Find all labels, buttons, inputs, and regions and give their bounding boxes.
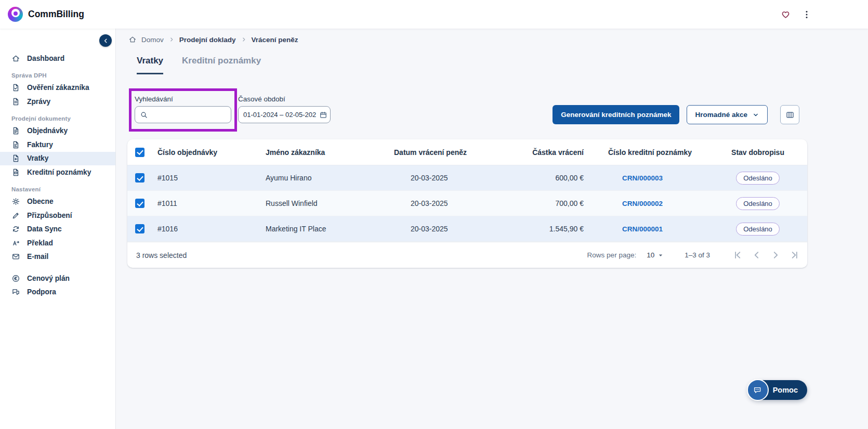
cell-refund-date: 20-03-2025 <box>389 225 518 233</box>
tab-kreditni-poznamky[interactable]: Kreditní poznámky <box>182 56 261 74</box>
credit-note-link[interactable]: CRN/000003 <box>622 174 663 182</box>
select-all-checkbox[interactable] <box>135 148 144 157</box>
search-field-group: Vyhledávání <box>135 95 231 123</box>
column-header-order: Číslo objednávky <box>152 148 260 157</box>
period-label: Časové období <box>238 95 331 103</box>
next-page-button[interactable] <box>770 250 781 261</box>
period-field-group: Časové období 01-01-2024 – 02-05-202 <box>238 95 331 123</box>
brand-logo-link[interactable]: CommBilling <box>0 7 84 22</box>
sidebar-item-prizpusobeni[interactable]: Přizpůsobení <box>0 209 115 223</box>
first-page-button[interactable] <box>732 250 743 261</box>
home-icon[interactable] <box>128 35 137 44</box>
calendar-icon[interactable] <box>319 111 327 119</box>
cell-refund-amount: 600,00 € <box>518 174 584 182</box>
search-input[interactable] <box>151 111 226 119</box>
sidebar-item-label: Objednávky <box>27 127 68 135</box>
rows-per-page-select[interactable]: 10 <box>647 251 665 259</box>
cell-refund-amount: 1.545,90 € <box>518 225 584 233</box>
document-check-icon <box>11 83 20 92</box>
sidebar-item-preklad[interactable]: Překlad <box>0 236 115 250</box>
sidebar-item-cenovy-plan[interactable]: Cenový plán <box>0 271 115 285</box>
sidebar-nav: Dashboard Správa DPH Ověření zákazníka Z… <box>0 29 115 299</box>
credit-note-link[interactable]: CRN/000002 <box>622 200 663 207</box>
previous-page-button[interactable] <box>751 250 762 261</box>
search-icon <box>140 111 148 119</box>
search-label: Vyhledávání <box>135 95 231 103</box>
breadcrumb-vraceni-penez: Vrácení peněz <box>252 36 298 44</box>
row-checkbox[interactable] <box>135 224 144 233</box>
sidebar-item-email[interactable]: E-mail <box>0 250 115 264</box>
column-header-amount: Částka vrácení <box>518 148 584 157</box>
sidebar-item-label: Ověření zákazníka <box>27 84 89 92</box>
document-credit-icon <box>11 168 20 177</box>
sidebar-section-sprava-dph: Správa DPH <box>0 66 115 81</box>
document-invoice-icon <box>11 140 20 149</box>
pagination-range: 1–3 of 3 <box>685 251 710 259</box>
sidebar-item-label: Faktury <box>27 141 53 149</box>
column-header-date: Datum vrácení peněz <box>389 148 518 157</box>
cell-customer-name: Marketing IT Place <box>260 225 389 233</box>
sidebar-item-overeni-zakaznika[interactable]: Ověření zákazníka <box>0 81 115 95</box>
brand-suffix: Billing <box>56 9 84 19</box>
credit-note-link[interactable]: CRN/000001 <box>622 225 663 233</box>
search-box[interactable] <box>135 106 231 123</box>
column-header-status: Stav dobropisu <box>708 148 807 157</box>
toolbar: Generování kreditních poznámek Hromadné … <box>553 105 799 124</box>
columns-icon <box>785 110 795 120</box>
chat-icon <box>11 288 20 296</box>
sidebar-item-vratky[interactable]: Vratky <box>0 152 115 166</box>
sidebar-item-data-sync[interactable]: Data Sync <box>0 223 115 237</box>
sidebar-item-faktury[interactable]: Faktury <box>0 138 115 152</box>
breadcrumb-domov[interactable]: Domov <box>141 36 164 44</box>
gear-icon <box>11 197 20 206</box>
sidebar-item-label: Kreditní poznámky <box>27 168 91 176</box>
table-header-row: Číslo objednávky Jméno zákazníka Datum v… <box>127 139 807 165</box>
status-badge: Odesláno <box>736 172 780 185</box>
column-header-customer: Jméno zákazníka <box>260 148 389 157</box>
row-checkbox[interactable] <box>135 199 144 208</box>
cell-order-number: #1016 <box>152 225 260 233</box>
pencil-icon <box>11 211 20 220</box>
breadcrumb-prodejni-doklady[interactable]: Prodejní doklady <box>179 36 236 44</box>
row-checkbox[interactable] <box>135 173 144 183</box>
sidebar-item-dashboard[interactable]: Dashboard <box>0 51 115 66</box>
table-row: #1015 Ayumu Hirano 20-03-2025 600,00 € C… <box>127 165 807 191</box>
cell-customer-name: Russell Winfield <box>260 199 389 207</box>
help-button[interactable]: Pomoc <box>748 380 807 400</box>
sidebar-item-objednavky[interactable]: Objednávky <box>0 124 115 138</box>
sidebar-section-prodejni-dokumenty: Prodejní dokumenty <box>0 109 115 124</box>
sidebar-item-obecne[interactable]: Obecne <box>0 195 115 209</box>
more-menu-button[interactable] <box>801 9 812 20</box>
cell-customer-name: Ayumu Hirano <box>260 174 389 182</box>
bulk-actions-button[interactable]: Hromadné akce <box>687 105 768 124</box>
column-settings-button[interactable] <box>780 105 799 124</box>
cell-refund-date: 20-03-2025 <box>389 199 518 207</box>
tab-vratky[interactable]: Vratky <box>137 56 163 74</box>
rows-selected-text: 3 rows selected <box>136 251 187 259</box>
favorites-button[interactable] <box>780 9 791 20</box>
sidebar-item-zpravy[interactable]: Zprávy <box>0 95 115 109</box>
table-row: #1016 Marketing IT Place 20-03-2025 1.54… <box>127 216 807 242</box>
last-page-button[interactable] <box>790 250 800 261</box>
sidebar-item-label: Překlad <box>27 239 53 247</box>
sidebar-item-podpora[interactable]: Podpora <box>0 285 115 300</box>
table-row: #1011 Russell Winfield 20-03-2025 700,00… <box>127 191 807 216</box>
status-badge: Odesláno <box>736 197 780 210</box>
cell-refund-date: 20-03-2025 <box>389 174 518 182</box>
sidebar-item-label: Obecne <box>27 198 54 205</box>
tabs: Vratky Kreditní poznámky <box>137 56 261 74</box>
sidebar-item-label: Cenový plán <box>27 275 70 282</box>
sidebar-collapse-button[interactable] <box>99 34 112 47</box>
sidebar-item-label: Vratky <box>27 154 48 162</box>
rows-per-page-value: 10 <box>647 251 654 259</box>
column-header-credit-note: Číslo kreditní poznámky <box>584 148 708 157</box>
sidebar-item-kreditni-poznamky[interactable]: Kreditní poznámky <box>0 165 115 179</box>
document-list-icon <box>11 126 20 135</box>
sidebar-item-label: Podpora <box>27 288 56 296</box>
generate-credit-notes-label: Generování kreditních poznámek <box>561 111 671 119</box>
date-range-input[interactable]: 01-01-2024 – 02-05-202 <box>238 106 331 123</box>
caret-down-icon <box>656 251 665 259</box>
help-chat-icon <box>747 379 769 401</box>
generate-credit-notes-button[interactable]: Generování kreditních poznámek <box>553 105 679 124</box>
chevron-left-icon <box>102 37 109 44</box>
